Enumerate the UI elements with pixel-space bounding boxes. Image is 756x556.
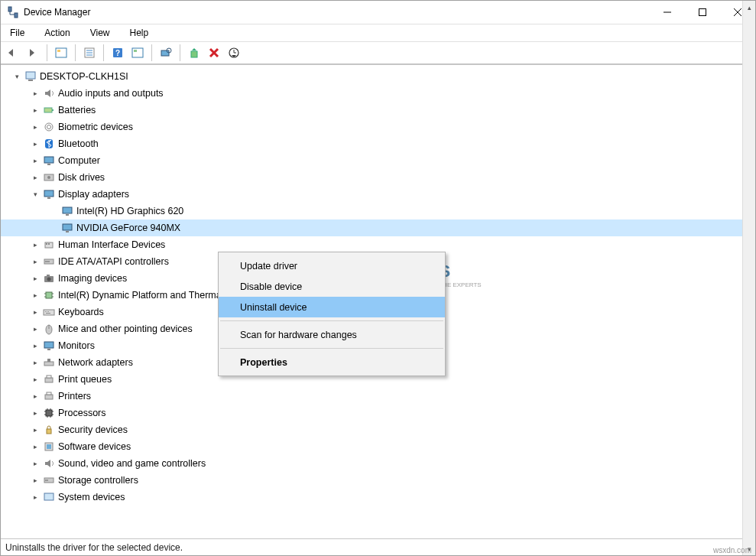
computer-icon — [24, 70, 37, 83]
tree-label: Network adapters — [58, 358, 133, 368]
vertical-scrollbar[interactable]: ▴ ▾ — [742, 64, 755, 538]
svg-rect-6 — [56, 48, 67, 57]
back-button[interactable] — [4, 44, 22, 62]
svg-rect-58 — [46, 313, 50, 314]
menubar: File Action View Help — [1, 24, 755, 41]
maximize-button[interactable] — [685, 1, 720, 24]
caret-right-icon: ▸ — [30, 122, 41, 132]
tree-item[interactable]: ▸Sound, video and game controllers — [1, 455, 755, 472]
network-icon — [42, 356, 56, 369]
tree-label: Intel(R) HD Graphics 620 — [76, 206, 183, 216]
tree-item[interactable]: ▸Bluetooth — [1, 135, 755, 152]
properties-button[interactable] — [80, 44, 99, 62]
caret-right-icon: ▸ — [30, 155, 41, 166]
caret-right-icon: ▸ — [30, 138, 41, 149]
app-icon — [7, 6, 19, 18]
tree-item[interactable]: ▸Software devices — [1, 438, 755, 455]
ctx-update-driver[interactable]: Update driver — [219, 255, 445, 276]
tree-item-intel-graphics[interactable]: ▸Intel(R) HD Graphics 620 — [1, 203, 755, 219]
monitor-icon — [42, 154, 56, 167]
display-icon — [42, 188, 56, 200]
svg-rect-64 — [47, 359, 50, 362]
ctx-scan-hardware[interactable]: Scan for hardware changes — [219, 324, 445, 345]
caret-right-icon: ▸ — [30, 88, 41, 99]
svg-rect-65 — [45, 378, 53, 382]
tree-item[interactable]: ▸Biometric devices — [1, 119, 755, 135]
tree-item[interactable]: ▸Audio inputs and outputs — [1, 85, 755, 102]
hid-icon — [42, 239, 56, 251]
forward-button[interactable] — [24, 44, 42, 62]
caret-right-icon: ▸ — [30, 105, 41, 115]
tree-item[interactable]: ▸Security devices — [1, 421, 755, 438]
tree-label: Bluetooth — [58, 139, 99, 149]
biometric-icon — [42, 121, 56, 133]
titlebar: Device Manager — [1, 1, 755, 24]
caret-down-icon: ▾ — [30, 189, 41, 200]
tree-item-nvidia-geforce[interactable]: ▸NVIDIA GeForce 940MX — [1, 219, 755, 236]
ctx-uninstall-device[interactable]: Uninstall device — [219, 297, 445, 317]
display-icon — [60, 205, 74, 217]
svg-rect-30 — [47, 164, 50, 165]
tree-item[interactable]: ▸Printers — [1, 388, 755, 405]
tree-item[interactable]: ▸Batteries — [1, 102, 755, 119]
svg-rect-63 — [44, 362, 54, 366]
tree-root[interactable]: ▾ DESKTOP-CLKH1SI — [1, 68, 755, 85]
tree-label: Processors — [58, 408, 106, 418]
svg-rect-3 — [699, 9, 706, 16]
minimize-button[interactable] — [650, 1, 685, 24]
tree-label: Sound, video and game controllers — [58, 459, 206, 469]
ctx-properties[interactable]: Properties — [219, 352, 445, 372]
svg-rect-68 — [47, 392, 51, 395]
svg-rect-38 — [66, 231, 69, 232]
ctx-disable-device[interactable]: Disable device — [219, 276, 445, 297]
window-title: Device Manager — [24, 7, 90, 18]
tree-item-display-adapters[interactable]: ▾Display adapters — [1, 186, 755, 203]
tree-label: Keyboards — [58, 307, 104, 317]
svg-rect-41 — [48, 243, 50, 245]
update-driver-button[interactable] — [225, 44, 243, 62]
svg-rect-36 — [66, 214, 69, 216]
svg-rect-84 — [44, 493, 54, 500]
disk-icon — [42, 171, 56, 184]
tree-item[interactable]: ▸Human Interface Devices — [1, 236, 755, 253]
tree-item[interactable]: ▸Computer — [1, 152, 755, 169]
svg-rect-62 — [47, 349, 50, 350]
svg-rect-23 — [28, 80, 33, 81]
window-controls — [650, 1, 755, 24]
toolbar-separator — [103, 44, 104, 61]
svg-rect-34 — [47, 197, 50, 199]
svg-rect-25 — [52, 109, 54, 111]
tree-item[interactable]: ▸Storage controllers — [1, 472, 755, 489]
uninstall-button[interactable] — [205, 44, 223, 62]
toolbar: ? — [1, 41, 755, 64]
tree-item[interactable]: ▸Disk drives — [1, 169, 755, 186]
svg-rect-37 — [63, 224, 72, 230]
tree-label: Biometric devices — [58, 122, 133, 132]
enable-device-button[interactable] — [185, 44, 203, 62]
caret-right-icon: ▸ — [30, 239, 41, 250]
action-button[interactable] — [128, 44, 147, 62]
tree-item[interactable]: ▸System devices — [1, 489, 755, 506]
statusbar-text: Uninstalls the driver for the selected d… — [5, 542, 183, 553]
svg-rect-35 — [63, 207, 72, 213]
tree-label: Batteries — [58, 106, 96, 115]
scan-hardware-button[interactable] — [157, 44, 175, 62]
show-hide-console-button[interactable] — [52, 44, 70, 62]
caret-right-icon: ▸ — [30, 340, 41, 351]
svg-rect-57 — [48, 311, 49, 312]
menu-file[interactable]: File — [5, 26, 29, 40]
caret-right-icon: ▸ — [30, 475, 41, 486]
svg-rect-18 — [191, 51, 197, 57]
battery-icon — [42, 104, 56, 116]
svg-rect-24 — [44, 108, 52, 112]
svg-rect-29 — [44, 157, 54, 163]
menu-action[interactable]: Action — [40, 26, 74, 40]
cpu-icon — [42, 407, 56, 419]
help-button[interactable]: ? — [109, 44, 127, 62]
menu-help[interactable]: Help — [125, 26, 154, 40]
tree-item[interactable]: ▸Processors — [1, 405, 755, 421]
svg-rect-49 — [46, 292, 52, 298]
camera-icon — [42, 272, 56, 285]
menu-view[interactable]: View — [86, 26, 115, 40]
tree-label: Printers — [58, 392, 91, 402]
